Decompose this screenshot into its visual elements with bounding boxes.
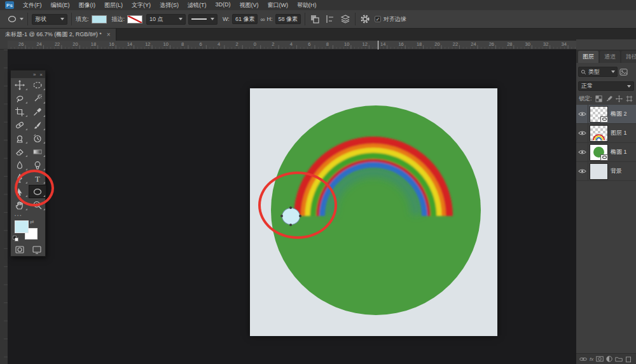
tool-clone-stamp[interactable] — [11, 131, 29, 145]
horizontal-ruler[interactable]: 2624222018161412108642024681012141618202… — [8, 41, 576, 50]
eye-icon[interactable] — [578, 130, 586, 137]
menu-item-help[interactable]: 帮助(H) — [297, 1, 317, 10]
tool-mode-value: 形状 — [35, 15, 46, 24]
tool-eyedropper[interactable] — [29, 105, 46, 118]
fill-color-swatch[interactable] — [92, 15, 107, 24]
tool-eraser[interactable] — [11, 145, 29, 158]
close-document-icon[interactable]: × — [107, 31, 111, 38]
shape-layer-badge — [600, 154, 608, 161]
visibility-toggle[interactable] — [576, 162, 588, 181]
new-group-icon[interactable] — [615, 356, 623, 362]
foreground-color-swatch[interactable] — [15, 220, 29, 233]
stroke-width-dropdown[interactable]: 10 点 — [146, 14, 186, 25]
new-layer-icon[interactable] — [625, 356, 632, 363]
chevron-down-icon — [20, 18, 24, 20]
path-arrangement-icon[interactable] — [340, 13, 351, 25]
ruler-number: 2 — [272, 41, 274, 47]
layer-row[interactable]: 椭圆 1 — [576, 143, 636, 162]
more-tools-dots[interactable]: ••• — [11, 212, 45, 219]
menu-item-image[interactable]: 图像(I) — [79, 1, 96, 10]
link-layers-icon[interactable] — [579, 356, 587, 362]
eye-icon[interactable] — [578, 168, 586, 175]
ruler-number: 18 — [91, 41, 96, 47]
stroke-width-value: 10 点 — [149, 15, 163, 24]
collapse-panel-icon[interactable]: » — [33, 72, 36, 78]
eye-icon[interactable] — [578, 149, 586, 156]
tool-gradient[interactable] — [29, 145, 46, 158]
stroke-style-dropdown[interactable] — [188, 14, 218, 25]
adjustment-layer-icon[interactable] — [606, 356, 612, 362]
panel-tab-layers[interactable]: 图层 — [578, 51, 598, 63]
tool-magic-wand[interactable] — [29, 91, 46, 105]
filter-image-icon[interactable] — [619, 69, 628, 76]
screen-mode-icon[interactable] — [28, 243, 45, 256]
tool-marquee[interactable] — [29, 78, 46, 91]
layer-thumbnail[interactable] — [590, 126, 607, 141]
height-input[interactable]: 58 像素 — [275, 14, 301, 24]
layer-name[interactable]: 背景 — [611, 167, 622, 175]
default-colors-icon[interactable] — [13, 236, 19, 242]
lock-pixels-icon[interactable] — [605, 95, 612, 102]
align-edges-checkbox[interactable]: ✓ — [375, 16, 381, 22]
menu-item-layer[interactable]: 图层(L) — [104, 1, 123, 10]
link-dimensions-icon[interactable]: ∞ — [260, 16, 264, 23]
path-operations-icon[interactable] — [309, 13, 321, 25]
ruler-number: 20 — [434, 41, 439, 47]
layer-row[interactable]: 背景 — [576, 162, 636, 181]
eye-icon[interactable] — [578, 111, 586, 118]
ruler-number: 8 — [181, 41, 184, 47]
layer-filter-dropdown[interactable]: 类型 — [578, 67, 618, 77]
tool-lasso[interactable] — [11, 91, 29, 105]
tool-brush[interactable] — [29, 118, 46, 131]
close-panel-icon[interactable]: × — [39, 72, 43, 78]
layer-thumbnail[interactable] — [590, 107, 607, 122]
panel-tab-channels[interactable]: 通道 — [600, 51, 620, 63]
layer-row[interactable]: 图层 1 — [576, 124, 636, 143]
menu-item-type[interactable]: 文字(Y) — [132, 1, 151, 10]
lock-transparency-icon[interactable] — [595, 95, 602, 102]
tool-blur[interactable] — [11, 158, 29, 172]
menu-item-file[interactable]: 文件(F) — [23, 1, 42, 10]
swap-colors-icon[interactable]: ⇄ — [30, 219, 34, 225]
menu-item-view[interactable]: 视图(V) — [240, 1, 259, 10]
menu-item-filter[interactable]: 滤镜(T) — [188, 1, 207, 10]
layers-panel-footer: fx — [576, 353, 636, 364]
path-alignment-icon[interactable] — [324, 13, 336, 25]
quick-mask-icon[interactable] — [11, 243, 28, 256]
visibility-toggle[interactable] — [576, 105, 588, 124]
blend-mode-dropdown[interactable]: 正常 — [578, 81, 634, 91]
width-input[interactable]: 61 像素 — [232, 14, 258, 24]
tool-move[interactable] — [11, 78, 29, 91]
tool-healing-brush[interactable] — [11, 118, 29, 131]
layer-name[interactable]: 椭圆 2 — [611, 110, 627, 118]
tool-mode-dropdown[interactable]: 形状 — [32, 14, 67, 25]
ruler-number: 6 — [308, 41, 310, 47]
gear-icon[interactable] — [359, 13, 371, 25]
tool-crop[interactable] — [11, 105, 29, 118]
ruler-cursor-marker — [378, 41, 378, 50]
menu-item-window[interactable]: 窗口(W) — [268, 1, 289, 10]
layer-mask-icon[interactable] — [596, 356, 604, 362]
menu-item-edit[interactable]: 编辑(E) — [51, 1, 70, 10]
stroke-color-swatch[interactable] — [127, 15, 142, 24]
tool-preset-picker[interactable] — [6, 13, 24, 25]
red-annotation-circle-canvas — [258, 172, 337, 239]
visibility-toggle[interactable] — [576, 143, 588, 162]
document-tab[interactable]: 未标题-1 @ 66.7% (椭圆 2, RGB/8#) * × — [0, 29, 116, 41]
lock-position-icon[interactable] — [616, 95, 623, 102]
menu-item-select[interactable]: 选择(S) — [160, 1, 179, 10]
lock-artboard-icon[interactable] — [626, 95, 633, 102]
layer-style-icon[interactable]: fx — [590, 356, 593, 362]
ruler-number: 10 — [163, 41, 169, 47]
panel-tab-paths[interactable]: 路径 — [621, 51, 636, 63]
tool-history-brush[interactable] — [29, 131, 46, 145]
ruler-number: 26 — [489, 41, 494, 47]
vertical-ruler[interactable] — [0, 50, 8, 364]
layer-name[interactable]: 椭圆 1 — [611, 148, 627, 156]
layer-thumbnail[interactable] — [590, 164, 607, 179]
visibility-toggle[interactable] — [576, 124, 588, 143]
layer-thumbnail[interactable] — [590, 145, 607, 160]
menu-item-3d[interactable]: 3D(D) — [216, 1, 231, 10]
layer-row[interactable]: 椭圆 2 — [576, 105, 636, 124]
layer-name[interactable]: 图层 1 — [611, 129, 627, 137]
